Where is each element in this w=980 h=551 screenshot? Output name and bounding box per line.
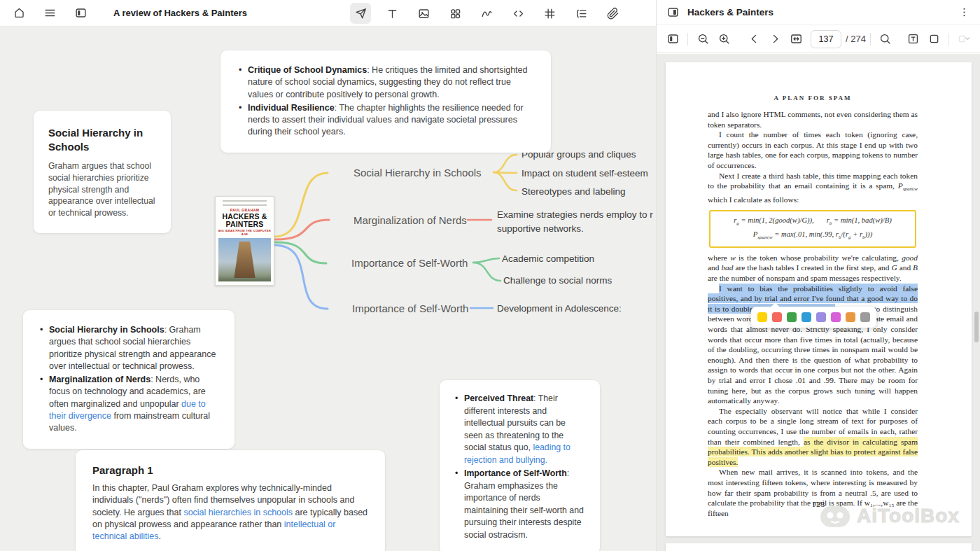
text-select-tool-icon[interactable] xyxy=(902,29,923,50)
pdf-text: and xyxy=(897,263,913,272)
canvas-toolbar: A review of Hackers & Painters xyxy=(0,0,656,27)
pdf-viewer[interactable]: A PLAN FOR SPAM and I also ignore HTML c… xyxy=(657,54,980,551)
list-item: Individual Resilience: The chapter highl… xyxy=(237,102,534,139)
pdf-text: Next I create a third hash table, this t… xyxy=(708,172,918,190)
image-tool-icon[interactable] xyxy=(413,3,434,24)
color-swatch-blue[interactable] xyxy=(802,312,811,322)
text-tool-icon[interactable] xyxy=(382,3,402,24)
pdf-document-title: Hackers & Painters xyxy=(687,7,956,18)
shapes-tool-icon[interactable] xyxy=(444,3,465,24)
outline-tool-icon[interactable] xyxy=(570,3,592,24)
mindmap-node[interactable]: Development in Adolescence: xyxy=(497,303,622,314)
board-title: A review of Hackers & Painters xyxy=(113,8,247,18)
attachment-tool-icon[interactable] xyxy=(602,3,623,24)
home-icon[interactable] xyxy=(8,3,29,24)
mindmap-node[interactable]: Challenge to social norms xyxy=(503,275,612,286)
pdf-text: where xyxy=(708,253,730,262)
divider xyxy=(687,33,688,46)
toolbar-left: A review of Hackers & Painters xyxy=(0,3,247,24)
math-var: good xyxy=(902,253,918,262)
item-term: Marginalization of Nerds xyxy=(49,375,150,384)
mindmap-node[interactable]: Marginalization of Nerds xyxy=(354,214,467,226)
page-number-input[interactable] xyxy=(811,30,841,48)
code-tool-icon[interactable] xyxy=(507,3,528,24)
note-card-summary[interactable]: Social Hierarchy in Schools: Graham argu… xyxy=(23,310,234,449)
note-card-social-hierarchy[interactable]: Social Hierarchy in Schools Graham argue… xyxy=(34,111,171,233)
color-swatch-red[interactable] xyxy=(772,312,782,322)
inline-link[interactable]: social hierarchies in schools xyxy=(183,508,293,517)
watermark: AiToolBox xyxy=(819,503,960,529)
item-text: : Graham emphasizes the importance of ne… xyxy=(464,468,584,540)
mindmap-node[interactable]: Stereotypes and labeling xyxy=(522,186,626,197)
card-title: Social Hierarchy in Schools xyxy=(48,126,156,153)
math-text: = min(1, bad(w)/B) xyxy=(832,216,891,224)
zoom-out-icon[interactable] xyxy=(692,29,713,50)
math-var: bad xyxy=(721,263,733,272)
book-cover[interactable]: PAUL GRAHAM HACKERS & PAINTERS BIG IDEAS… xyxy=(215,196,274,286)
book-title-line2: PAINTERS xyxy=(218,221,271,228)
mindmap-node[interactable]: Examine strategies nerds employ to r xyxy=(497,209,653,220)
frame-tool-icon[interactable] xyxy=(539,3,560,24)
sidebar-toggle-icon[interactable] xyxy=(70,3,91,24)
formula-line: Pspam|w = max(.01, min(.99, rb/(rg + rb)… xyxy=(713,230,912,240)
pdf-text: and xyxy=(708,263,721,272)
pdf-next-page xyxy=(666,543,972,551)
book-title-line1: HACKERS & xyxy=(218,213,271,220)
area-select-tool-icon[interactable] xyxy=(923,29,944,50)
list-item: Critique of School Dynamics: He critique… xyxy=(237,64,534,101)
note-card-perceived-threat[interactable]: Perceived Threat: Their different intere… xyxy=(440,380,600,551)
math-text: ))) xyxy=(865,230,873,238)
fit-width-icon[interactable] xyxy=(785,29,806,50)
search-icon[interactable] xyxy=(875,29,896,50)
mindmap-node[interactable]: Academic competition xyxy=(502,253,594,264)
mindmap-node[interactable]: Impact on student self-esteem xyxy=(522,168,648,179)
running-head: A PLAN FOR SPAM xyxy=(708,95,918,102)
formula-annotation-box[interactable]: rg = min(1, 2(good(w)/G)),rb = min(1, ba… xyxy=(709,210,916,248)
previous-page-icon[interactable] xyxy=(743,29,764,50)
list-item: Perceived Threat: Their different intere… xyxy=(454,393,586,466)
highlight-style-dropdown-icon[interactable] xyxy=(953,29,974,50)
note-card-paragraph1[interactable]: Paragraph 1 In this chapter, Paul Graham… xyxy=(76,450,385,551)
panel-collapse-icon[interactable] xyxy=(665,5,680,20)
math-sub: spam|w xyxy=(757,235,772,240)
thumbnails-panel-icon[interactable] xyxy=(662,29,683,50)
select-cursor-icon[interactable] xyxy=(350,3,371,24)
math-text: = min(1, 2(good(w)/G)), xyxy=(739,216,814,224)
zoom-in-icon[interactable] xyxy=(713,29,734,50)
math-var: B xyxy=(913,263,918,272)
list-item: Importance of Self-Worth: Graham emphasi… xyxy=(454,468,586,541)
book-subtitle: BIG IDEAS FROM THE COMPUTER AGE xyxy=(218,229,271,236)
note-card-school-dynamics[interactable]: Critique of School Dynamics: He critique… xyxy=(220,50,551,153)
next-page-icon[interactable] xyxy=(764,29,785,50)
math-var: P xyxy=(898,181,903,190)
item-term: Perceived Threat xyxy=(464,393,533,403)
item-term: Critique of School Dynamics xyxy=(248,65,367,75)
tool-palette xyxy=(350,3,623,24)
menu-icon[interactable] xyxy=(39,3,60,24)
whiteboard-canvas[interactable]: A review of Hackers & Painters xyxy=(0,0,656,551)
scrollbar-thumb[interactable] xyxy=(974,312,979,342)
pdf-paragraph: The especially observant will notice tha… xyxy=(708,406,918,468)
more-options-icon[interactable] xyxy=(956,5,972,20)
color-swatch-yellow[interactable] xyxy=(757,312,767,322)
mindmap-node[interactable]: Social Hierarchy in Schools xyxy=(354,167,482,179)
math-text: + r xyxy=(851,230,863,238)
pen-tool-icon[interactable] xyxy=(476,3,497,24)
list-item: Social Hierarchy in Schools: Graham argu… xyxy=(38,324,219,372)
color-swatch-gray[interactable] xyxy=(860,312,870,322)
pdf-text: which I calculate as follows: xyxy=(708,195,799,204)
mindmap-node[interactable]: Importance of Self-Worth xyxy=(351,257,468,269)
pdf-paragraph: and I also ignore HTML comments, not eve… xyxy=(708,109,918,130)
color-swatch-magenta[interactable] xyxy=(831,312,841,322)
mindmap-node[interactable]: supportive networks. xyxy=(497,223,584,234)
list-item: Marginalization of Nerds: Nerds, who foc… xyxy=(38,374,219,434)
card-title: Paragraph 1 xyxy=(92,464,368,476)
pdf-paragraph: I count the number of times each token (… xyxy=(708,130,918,170)
book-cover-quote xyxy=(223,200,267,206)
color-swatch-green[interactable] xyxy=(787,312,797,322)
pdf-text: are the number of nonspam and spam messa… xyxy=(708,274,902,282)
card-text: . xyxy=(159,531,161,541)
color-swatch-purple[interactable] xyxy=(816,312,826,322)
mindmap-node[interactable]: Importance of Self-Worth xyxy=(352,302,468,314)
color-swatch-orange[interactable] xyxy=(846,312,855,322)
